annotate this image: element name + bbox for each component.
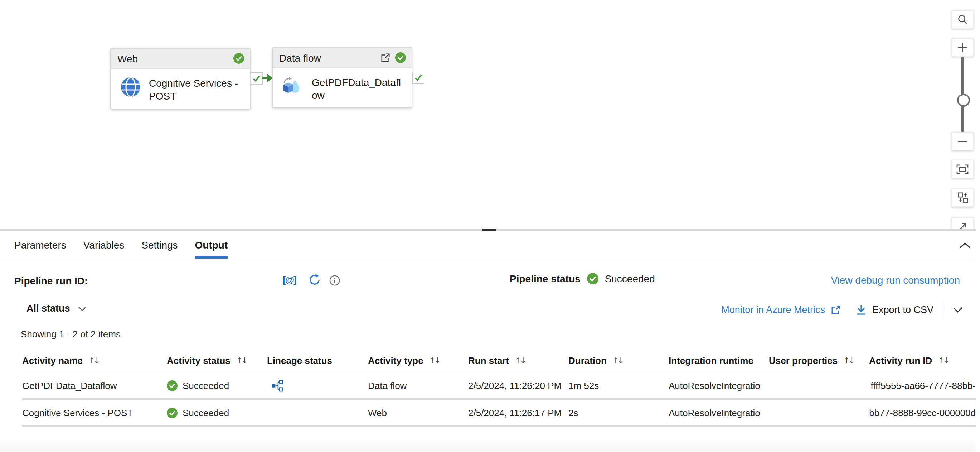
fit-to-screen-icon — [956, 164, 969, 174]
pipeline-output-panel: Parameters Variables Settings Output Pip… — [0, 229, 980, 452]
cell-duration: 1m 52s — [568, 380, 668, 391]
column-header-activity-run-id[interactable]: Activity run ID↑↓ — [869, 355, 980, 366]
sort-icon[interactable]: ↑↓ — [88, 356, 99, 365]
activity-node-dataflow[interactable]: Data flow GetPDFData_Dataflow — [272, 47, 412, 108]
table-row[interactable]: GetPDFData_Dataflow Succeeded Data flow … — [22, 372, 980, 400]
success-check-icon — [167, 407, 178, 418]
info-button[interactable] — [329, 275, 340, 286]
tab-variables[interactable]: Variables — [83, 231, 124, 259]
canvas-controls — [951, 10, 974, 236]
more-actions-button[interactable] — [953, 306, 963, 313]
tab-label: Parameters — [14, 239, 66, 250]
activity-node-dataflow-body: GetPDFData_Dataflow — [273, 68, 412, 108]
column-header-activity-status[interactable]: Activity status↑↓ — [167, 355, 267, 366]
cell-activity-run-id: ffff5555-aa66-7777-88bb- — [869, 380, 980, 391]
column-label: Duration — [568, 355, 607, 366]
pipeline-canvas[interactable]: Web Cognitive Services - POST — [0, 0, 980, 229]
add-annotation-button[interactable]: [@] — [283, 274, 296, 285]
monitor-in-azure-metrics-link[interactable]: Monitor in Azure Metrics — [721, 304, 825, 315]
view-debug-run-consumption-link[interactable]: View debug run consumption — [831, 274, 960, 286]
download-icon — [856, 304, 867, 315]
sort-icon[interactable]: ↑↓ — [515, 356, 525, 365]
activity-node-web-header: Web — [111, 49, 250, 69]
sort-icon[interactable]: ↑↓ — [938, 356, 948, 365]
info-icon — [329, 275, 340, 286]
column-header-activity-name[interactable]: Activity name↑↓ — [22, 355, 167, 366]
cell-activity-type: Web — [368, 407, 468, 418]
divider — [943, 302, 943, 316]
cell-activity-status: Succeeded — [167, 380, 267, 391]
activity-runs-table: Activity name↑↓ Activity status↑↓ Lineag… — [0, 349, 980, 427]
open-in-new-icon[interactable] — [381, 53, 390, 62]
zoom-out-button[interactable] — [951, 132, 974, 150]
success-check-icon — [395, 52, 406, 63]
activity-status-text: Succeeded — [183, 380, 229, 391]
column-label: User properties — [769, 355, 838, 366]
column-label: Activity type — [368, 355, 423, 366]
column-header-activity-type[interactable]: Activity type↑↓ — [368, 355, 468, 366]
pipeline-status-group: Pipeline status Succeeded — [510, 273, 655, 284]
open-in-new-icon — [832, 305, 841, 314]
table-row[interactable]: Cognitive Services - POST Succeeded Web … — [22, 400, 980, 427]
activity-type-label: Data flow — [279, 52, 376, 63]
auto-align-button[interactable] — [951, 188, 974, 207]
azure-data-factory-pipeline-view: Web Cognitive Services - POST — [0, 0, 980, 452]
column-label: Lineage status — [267, 355, 332, 366]
refresh-button[interactable] — [309, 274, 321, 286]
zoom-slider[interactable] — [951, 57, 974, 132]
activity-status-text: Succeeded — [183, 407, 229, 418]
zoom-in-button[interactable] — [951, 38, 974, 57]
sort-icon[interactable]: ↑↓ — [843, 356, 854, 365]
search-button[interactable] — [951, 10, 974, 29]
success-check-icon — [167, 380, 178, 391]
column-header-user-properties[interactable]: User properties↑↓ — [769, 355, 869, 366]
success-check-icon — [587, 273, 598, 284]
table-header-row: Activity name↑↓ Activity status↑↓ Lineag… — [22, 349, 980, 372]
tab-parameters[interactable]: Parameters — [14, 231, 66, 259]
dataflow-output-succeeded-port[interactable] — [412, 72, 425, 84]
search-icon — [957, 14, 968, 25]
refresh-icon — [309, 274, 321, 286]
bottom-fade — [0, 438, 980, 452]
check-icon — [414, 74, 422, 81]
column-label: Activity status — [167, 355, 231, 366]
cell-integration-runtime: AutoResolveIntegratio — [668, 380, 769, 391]
table-actions: Monitor in Azure Metrics Export to CSV — [721, 302, 963, 316]
plus-icon — [957, 42, 968, 53]
column-label: Run start — [468, 355, 509, 366]
export-to-csv-button[interactable]: Export to CSV — [856, 304, 934, 315]
collapse-panel-button[interactable] — [959, 239, 971, 251]
check-icon — [253, 75, 261, 82]
cell-activity-run-id: bb77-8888-99cc-000000d — [869, 407, 980, 418]
tab-output[interactable]: Output — [195, 231, 228, 259]
cell-integration-runtime: AutoResolveIntegratio — [668, 407, 769, 418]
cell-activity-name[interactable]: Cognitive Services - POST — [22, 407, 167, 418]
chevron-down-icon — [953, 306, 963, 313]
tab-label: Output — [195, 239, 228, 250]
panel-tabs: Parameters Variables Settings Output — [0, 231, 976, 259]
active-tab-underline — [195, 256, 228, 259]
activity-node-web[interactable]: Web Cognitive Services - POST — [110, 48, 251, 110]
auto-align-icon — [957, 192, 968, 203]
sort-icon[interactable]: ↑↓ — [612, 356, 623, 365]
scrollbar-gutter[interactable] — [976, 0, 980, 452]
activity-node-web-body: Cognitive Services - POST — [111, 69, 250, 109]
cell-activity-name[interactable]: GetPDFData_Dataflow — [22, 380, 167, 391]
cell-run-start: 2/5/2024, 11:26:17 PM — [468, 407, 568, 418]
items-summary: Showing 1 - 2 of 2 items — [21, 329, 121, 340]
zoom-slider-handle[interactable] — [957, 94, 970, 107]
column-header-run-start[interactable]: Run start↑↓ — [468, 355, 568, 366]
cell-lineage-status — [267, 379, 368, 391]
tab-label: Settings — [142, 239, 178, 250]
fit-to-screen-button[interactable] — [951, 160, 974, 178]
at-params-icon: [@] — [283, 274, 296, 285]
sort-icon[interactable]: ↑↓ — [429, 356, 439, 365]
tab-settings[interactable]: Settings — [142, 231, 178, 259]
activity-node-dataflow-header: Data flow — [273, 48, 412, 68]
status-filter-dropdown[interactable]: All status — [27, 303, 87, 314]
web-output-succeeded-port[interactable] — [251, 72, 263, 85]
lineage-icon[interactable] — [271, 379, 283, 391]
cell-activity-status: Succeeded — [167, 407, 267, 418]
column-header-duration[interactable]: Duration↑↓ — [568, 355, 668, 366]
sort-icon[interactable]: ↑↓ — [236, 356, 247, 365]
